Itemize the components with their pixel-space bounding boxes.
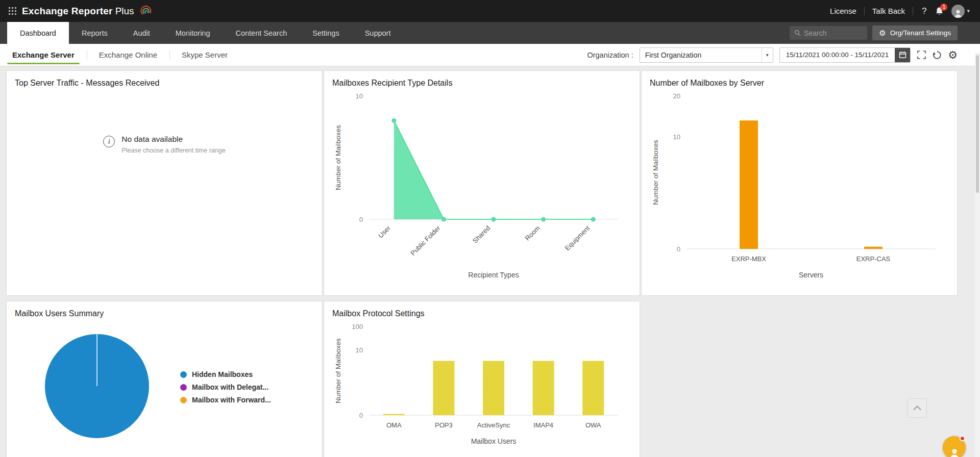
chart-text: IMAP4 <box>533 421 553 429</box>
main-tabs: DashboardReportsAuditMonitoringContent S… <box>7 22 403 44</box>
date-range-value: 15/11/2021 00:00:00 - 15/11/2021 <box>780 48 895 62</box>
protocol-chart-svg: Number of Mailboxes010100OMAPOP3ActiveSy… <box>332 318 631 449</box>
nav-actions: ⚙ Org/Tenant Settings <box>790 22 980 44</box>
fullscreen-button[interactable] <box>917 50 926 60</box>
card-top-server-traffic: Top Server Traffic - Messages Received i… <box>6 70 323 296</box>
tab-audit[interactable]: Audit <box>120 22 163 44</box>
chart-text: 20 <box>673 92 680 100</box>
subtab-exchange-server[interactable]: Exchange Server <box>0 44 87 66</box>
legend-dot-icon <box>180 371 187 378</box>
chart-text: Room <box>524 224 542 242</box>
divider <box>913 7 913 15</box>
chart-text: User <box>377 224 392 239</box>
tab-dashboard[interactable]: Dashboard <box>7 22 69 44</box>
notifications-button[interactable]: 1 <box>935 7 944 16</box>
chart-text: 0 <box>359 216 363 223</box>
card-title: Mailbox Users Summary <box>15 309 314 318</box>
help-icon[interactable]: ? <box>921 6 927 16</box>
license-link[interactable]: License <box>830 7 856 15</box>
legend-item-mailbox-with-forward[interactable]: Mailbox with Forward... <box>180 396 271 404</box>
legend-item-hidden-mailboxes[interactable]: Hidden Mailboxes <box>180 370 271 378</box>
card-title: Top Server Traffic - Messages Received <box>15 79 314 88</box>
pie-area: Hidden MailboxesMailbox with Delegat...M… <box>15 333 314 442</box>
calendar-icon <box>899 51 906 59</box>
search-icon <box>794 29 801 37</box>
tab-content-search[interactable]: Content Search <box>223 22 300 44</box>
tab-support[interactable]: Support <box>352 22 404 44</box>
chart-text: 10 <box>673 133 680 141</box>
card-title: Mailboxes Recipient Type Details <box>332 79 631 88</box>
recipient-chart-svg: Number of Mailboxes010UserPublic FolderS… <box>332 88 631 283</box>
chart-text: EXRP-CAS <box>856 255 891 263</box>
brand-swoosh-icon <box>140 6 152 16</box>
chart-text: OWA <box>585 421 601 429</box>
brand: Exchange ReporterPlus <box>8 6 152 17</box>
org-tenant-settings-button[interactable]: ⚙ Org/Tenant Settings <box>872 26 958 40</box>
chart-text: Number of Mailboxes <box>334 338 342 403</box>
brand-suffix: Plus <box>115 6 134 16</box>
dashboard-settings-button[interactable]: ⚙ <box>948 49 958 60</box>
vertical-scrollbar <box>975 53 980 457</box>
gear-icon: ⚙ <box>879 29 886 37</box>
by_server-chart-svg: Number of Mailboxes01020EXRP-MBXEXRP-CAS… <box>650 88 949 283</box>
date-range-picker[interactable]: 15/11/2021 00:00:00 - 15/11/2021 <box>779 47 911 63</box>
sub-tabs: Exchange ServerExchange OnlineSkype Serv… <box>0 44 240 66</box>
card-mailbox-protocol-settings: Mailbox Protocol Settings Number of Mail… <box>324 301 640 457</box>
tab-monitoring[interactable]: Monitoring <box>163 22 223 44</box>
card-mailbox-users-summary: Mailbox Users Summary Hidden MailboxesMa… <box>6 301 323 457</box>
legend-dot-icon <box>180 384 187 391</box>
mailbox-users-pie-chart <box>43 333 151 442</box>
chart-text: 0 <box>677 245 680 253</box>
organization-select[interactable]: First Organization ▾ <box>640 47 773 63</box>
chart-text: POP3 <box>435 421 453 429</box>
subtab-exchange-online[interactable]: Exchange Online <box>87 44 169 66</box>
refresh-button[interactable] <box>933 50 942 60</box>
user-avatar-icon <box>951 5 965 18</box>
chart-text: 10 <box>356 92 363 100</box>
tab-reports[interactable]: Reports <box>69 22 120 44</box>
account-menu-button[interactable]: ▾ <box>951 5 970 18</box>
app-grid-icon[interactable] <box>8 7 17 15</box>
mailboxes-by-server-chart: Number of Mailboxes01020EXRP-MBXEXRP-CAS… <box>650 88 949 283</box>
chart-text: EXRP-MBX <box>731 255 766 263</box>
support-chat-button[interactable] <box>943 436 966 457</box>
chart-text: Mailbox Users <box>471 437 517 445</box>
topbar-actions: License Talk Back ? 1 ▾ <box>830 5 970 18</box>
chart-text: 0 <box>359 412 363 419</box>
talk-back-link[interactable]: Talk Back <box>872 7 905 15</box>
scroll-to-top-button[interactable] <box>908 398 927 418</box>
tab-settings[interactable]: Settings <box>300 22 352 44</box>
card-title: Number of Mailboxes by Server <box>650 79 949 88</box>
legend-label: Mailbox with Delegat... <box>192 383 268 391</box>
legend-label: Hidden Mailboxes <box>192 370 253 378</box>
search-box[interactable] <box>790 26 867 40</box>
calendar-button[interactable] <box>895 48 910 62</box>
sub-nav: Exchange ServerExchange OnlineSkype Serv… <box>0 44 980 66</box>
legend-label: Mailbox with Forward... <box>192 396 271 404</box>
legend-item-mailbox-with-delegat[interactable]: Mailbox with Delegat... <box>180 383 271 391</box>
no-data-hint: Please choose a different time range <box>121 147 225 154</box>
pie-legend: Hidden MailboxesMailbox with Delegat...M… <box>180 366 271 409</box>
topbar: Exchange ReporterPlus License Talk Back … <box>0 0 980 22</box>
chart-text: Number of Mailboxes <box>334 125 342 190</box>
subnav-controls: Organization : First Organization ▾ 15/1… <box>587 47 958 63</box>
divider <box>864 7 865 15</box>
card-title: Mailbox Protocol Settings <box>332 309 631 318</box>
organization-label: Organization : <box>587 51 633 59</box>
recipient-type-chart: Number of Mailboxes010UserPublic FolderS… <box>332 88 631 283</box>
subtab-skype-server[interactable]: Skype Server <box>169 44 240 66</box>
refresh-icon <box>933 50 942 60</box>
main-nav: DashboardReportsAuditMonitoringContent S… <box>0 22 980 44</box>
card-mailboxes-recipient-type: Mailboxes Recipient Type Details Number … <box>324 70 640 296</box>
no-data-title: No data available <box>121 135 225 144</box>
chevron-up-icon <box>912 405 922 411</box>
chart-text: Number of Mailboxes <box>652 140 659 205</box>
chevron-down-icon: ▾ <box>967 8 970 14</box>
no-data-text: No data available Please choose a differ… <box>121 135 225 154</box>
scrollbar-thumb[interactable] <box>976 55 979 193</box>
chart-text: OMA <box>386 421 402 429</box>
chart-text: Recipient Types <box>468 271 519 279</box>
chat-status-dot <box>960 436 965 441</box>
search-input[interactable] <box>804 29 863 37</box>
chevron-down-icon: ▾ <box>762 48 773 62</box>
